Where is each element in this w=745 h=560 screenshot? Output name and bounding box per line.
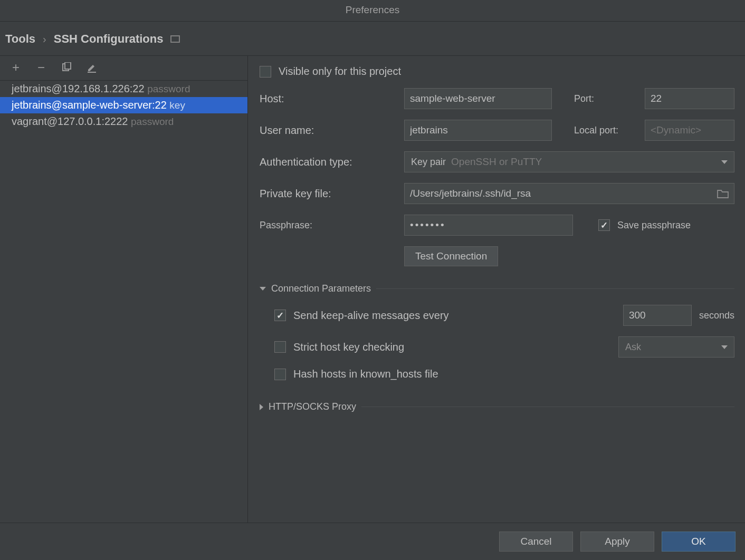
edit-icon[interactable] (85, 61, 98, 74)
breadcrumb: Tools › SSH Configurations (0, 22, 745, 55)
list-item-label: jetbrains@192.168.1.226:22 (12, 83, 145, 94)
list-toolbar: + − (0, 56, 247, 81)
port-input[interactable] (645, 88, 734, 109)
test-connection-button[interactable]: Test Connection (404, 246, 498, 266)
window-title: Preferences (0, 0, 745, 22)
visible-only-label: Visible only for this project (279, 65, 401, 78)
private-key-label: Private key file: (260, 188, 397, 200)
strict-host-label: Strict host key checking (293, 341, 404, 353)
passphrase-input[interactable] (404, 215, 573, 236)
remove-icon[interactable]: − (35, 61, 47, 74)
private-key-input[interactable]: /Users/jetbrains/.ssh/id_rsa (404, 183, 734, 204)
username-label: User name: (260, 124, 397, 137)
ok-button[interactable]: OK (662, 532, 736, 552)
host-label: Host: (260, 93, 397, 105)
chevron-down-icon (721, 345, 728, 349)
auth-type-value: Key pair (411, 157, 446, 167)
connection-params-header[interactable]: Connection Parameters (260, 283, 734, 294)
username-input[interactable] (404, 120, 552, 141)
connection-params-title: Connection Parameters (271, 283, 371, 294)
list-item-suffix: password (131, 116, 174, 127)
list-item[interactable]: jetbrains@sample-web-server:22 key (0, 97, 247, 113)
save-passphrase-label: Save passphrase (617, 220, 691, 231)
list-item-label: vagrant@127.0.0.1:2222 (12, 115, 128, 127)
svg-rect-1 (65, 62, 71, 69)
apply-button[interactable]: Apply (580, 532, 654, 552)
list-item-suffix: key (169, 100, 185, 111)
add-icon[interactable]: + (9, 61, 22, 74)
config-list-panel: + − jetbrains@192.168.1.226:22 password … (0, 56, 248, 523)
chevron-down-icon (721, 160, 728, 164)
keepalive-input[interactable] (623, 305, 692, 326)
divider (361, 407, 734, 407)
visible-only-checkbox[interactable] (260, 66, 271, 78)
keepalive-label: Send keep-alive messages every (293, 310, 449, 322)
dialog-footer: Cancel Apply OK (0, 523, 745, 560)
list-item[interactable]: jetbrains@192.168.1.226:22 password (0, 81, 247, 97)
save-passphrase-checkbox[interactable] (598, 219, 610, 231)
copy-icon[interactable] (60, 61, 73, 74)
connection-params-body: Send keep-alive messages every seconds S… (260, 305, 734, 380)
private-key-value: /Users/jetbrains/.ssh/id_rsa (410, 188, 531, 199)
list-item-label: jetbrains@sample-web-server:22 (12, 99, 167, 111)
passphrase-label: Passphrase: (260, 220, 397, 231)
hash-hosts-checkbox[interactable] (274, 369, 286, 380)
host-input[interactable] (404, 88, 552, 109)
strict-host-value: Ask (625, 342, 641, 353)
auth-type-label: Authentication type: (260, 156, 397, 168)
strict-host-select[interactable]: Ask (618, 336, 734, 358)
localport-input[interactable] (645, 120, 734, 141)
hash-hosts-label: Hash hosts in known_hosts file (293, 368, 438, 380)
chevron-right-icon: › (43, 33, 46, 45)
config-list: jetbrains@192.168.1.226:22 password jetb… (0, 81, 247, 130)
window-stack-icon[interactable] (170, 35, 180, 43)
port-label: Port: (574, 93, 637, 104)
folder-icon[interactable] (717, 189, 729, 198)
chevron-down-icon (260, 287, 266, 291)
list-item-suffix: password (147, 83, 190, 94)
strict-host-checkbox[interactable] (274, 341, 286, 353)
keepalive-checkbox[interactable] (274, 310, 286, 321)
auth-type-hint: OpenSSH or PuTTY (451, 156, 542, 167)
divider (376, 288, 734, 289)
list-item[interactable]: vagrant@127.0.0.1:2222 password (0, 113, 247, 130)
proxy-header[interactable]: HTTP/SOCKS Proxy (260, 401, 734, 412)
localport-label: Local port: (574, 125, 637, 136)
breadcrumb-root[interactable]: Tools (5, 32, 35, 46)
keepalive-unit: seconds (699, 310, 734, 321)
cancel-button[interactable]: Cancel (499, 532, 573, 552)
proxy-title: HTTP/SOCKS Proxy (269, 401, 356, 412)
config-form: Visible only for this project Host: Port… (248, 56, 745, 523)
chevron-right-icon (260, 404, 263, 410)
auth-type-select[interactable]: Key pair OpenSSH or PuTTY (404, 151, 734, 172)
breadcrumb-page: SSH Configurations (54, 32, 164, 46)
